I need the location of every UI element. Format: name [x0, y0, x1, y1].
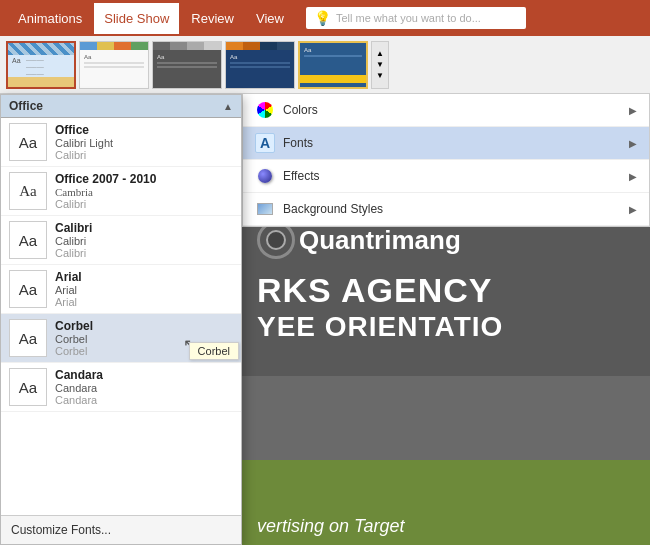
tab-view[interactable]: View: [246, 3, 294, 34]
font-preview-office: Aa: [9, 123, 47, 161]
theme-thumb-2[interactable]: Aa: [79, 41, 149, 89]
font-panel-title: Office: [9, 99, 43, 113]
font-panel-footer: Customize Fonts...: [1, 515, 241, 544]
colors-icon: [255, 100, 275, 120]
main-area: Office ▲ Aa Office Calibri Light Calibri…: [0, 94, 650, 545]
themes-row: Aa ─────────────── Aa Aa: [0, 36, 650, 94]
font-body-arial: Arial: [55, 296, 82, 308]
font-item-corbel[interactable]: Aa Corbel Corbel Corbel ↖ Corbel: [1, 314, 241, 363]
fonts-arrow: ▶: [629, 138, 637, 149]
font-heading-office2007: Cambria: [55, 186, 156, 198]
corbel-tooltip: Corbel: [189, 342, 239, 360]
tab-review[interactable]: Review: [181, 3, 244, 34]
font-item-office[interactable]: Aa Office Calibri Light Calibri: [1, 118, 241, 167]
effects-icon: [255, 166, 275, 186]
fonts-icon: A: [255, 133, 275, 153]
font-info-office: Office Calibri Light Calibri: [55, 123, 113, 161]
font-info-office2007: Office 2007 - 2010 Cambria Calibri: [55, 172, 156, 210]
font-preview-arial: Aa: [9, 270, 47, 308]
option-background-styles[interactable]: Background Styles ▶: [243, 193, 649, 226]
font-body-candara: Candara: [55, 394, 103, 406]
ribbon-search[interactable]: 💡 Tell me what you want to do...: [306, 7, 526, 29]
font-info-arial: Arial Arial Arial: [55, 270, 82, 308]
font-name-corbel: Corbel: [55, 319, 93, 333]
font-name-office2007: Office 2007 - 2010: [55, 172, 156, 186]
font-name-candara: Candara: [55, 368, 103, 382]
tab-slideshow[interactable]: Slide Show: [94, 3, 179, 34]
themes-scroll-up[interactable]: ▲ ▼ ▼: [371, 41, 389, 89]
theme-thumb-5[interactable]: Aa: [298, 41, 368, 89]
font-name-arial: Arial: [55, 270, 82, 284]
customize-fonts-button[interactable]: Customize Fonts...: [1, 516, 241, 544]
font-body-office2007: Calibri: [55, 198, 156, 210]
font-item-office2007[interactable]: Aa Office 2007 - 2010 Cambria Calibri: [1, 167, 241, 216]
slide-logo-text: Quantrimang: [299, 225, 461, 256]
font-name-office: Office: [55, 123, 113, 137]
background-styles-arrow: ▶: [629, 204, 637, 215]
font-body-calibri: Calibri: [55, 247, 92, 259]
font-info-candara: Candara Candara Candara: [55, 368, 103, 406]
effects-arrow: ▶: [629, 171, 637, 182]
font-dropdown-panel: Office ▲ Aa Office Calibri Light Calibri…: [0, 94, 242, 545]
effects-label: Effects: [283, 169, 621, 183]
font-preview-office2007: Aa: [9, 172, 47, 210]
font-item-candara[interactable]: Aa Candara Candara Candara: [1, 363, 241, 412]
lightbulb-icon: 💡: [314, 10, 331, 26]
font-info-corbel: Corbel Corbel Corbel: [55, 319, 93, 357]
slide-preview: Quantrimang RKS AGENCY YEE ORIENTATIO ve…: [242, 206, 650, 545]
font-item-calibri[interactable]: Aa Calibri Calibri Calibri: [1, 216, 241, 265]
options-menu: Colors ▶ A Fonts ▶ Effects ▶: [242, 94, 650, 227]
font-preview-candara: Aa: [9, 368, 47, 406]
colors-arrow: ▶: [629, 105, 637, 116]
font-body-corbel: Corbel: [55, 345, 93, 357]
font-heading-office: Calibri Light: [55, 137, 113, 149]
font-preview-calibri: Aa: [9, 221, 47, 259]
background-styles-icon: [255, 199, 275, 219]
right-area: Colors ▶ A Fonts ▶ Effects ▶: [242, 94, 650, 545]
fonts-label: Fonts: [283, 136, 621, 150]
font-heading-calibri: Calibri: [55, 235, 92, 247]
option-effects[interactable]: Effects ▶: [243, 160, 649, 193]
option-colors[interactable]: Colors ▶: [243, 94, 649, 127]
font-heading-candara: Candara: [55, 382, 103, 394]
font-body-office: Calibri: [55, 149, 113, 161]
font-panel-scroll-up[interactable]: ▲: [223, 101, 233, 112]
slide-tagline: vertising on Target: [257, 516, 404, 537]
theme-thumb-1[interactable]: Aa ───────────────: [6, 41, 76, 89]
option-fonts[interactable]: A Fonts ▶: [243, 127, 649, 160]
font-preview-corbel: Aa: [9, 319, 47, 357]
font-name-calibri: Calibri: [55, 221, 92, 235]
font-heading-corbel: Corbel: [55, 333, 93, 345]
theme-thumb-4[interactable]: Aa: [225, 41, 295, 89]
font-list: Aa Office Calibri Light Calibri Aa Offic…: [1, 118, 241, 515]
tab-animations[interactable]: Animations: [8, 3, 92, 34]
slide-title-line1: RKS AGENCY: [257, 271, 492, 310]
font-info-calibri: Calibri Calibri Calibri: [55, 221, 92, 259]
slide-title-line2: YEE ORIENTATIO: [257, 311, 503, 343]
font-heading-arial: Arial: [55, 284, 82, 296]
theme-thumb-3[interactable]: Aa: [152, 41, 222, 89]
search-placeholder: Tell me what you want to do...: [336, 12, 481, 24]
ribbon: Animations Slide Show Review View 💡 Tell…: [0, 0, 650, 36]
colors-label: Colors: [283, 103, 621, 117]
font-item-arial[interactable]: Aa Arial Arial Arial: [1, 265, 241, 314]
background-styles-label: Background Styles: [283, 202, 621, 216]
font-panel-header: Office ▲: [1, 95, 241, 118]
